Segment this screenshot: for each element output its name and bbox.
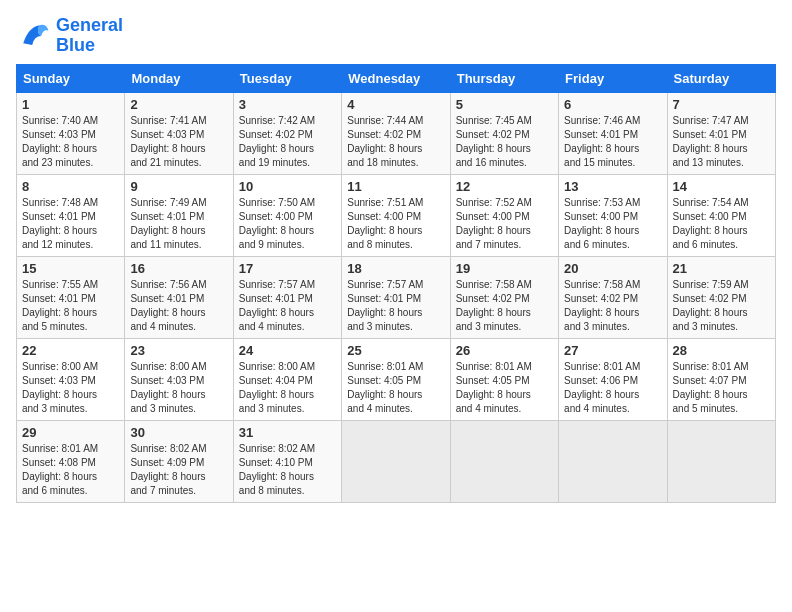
day-info: Sunrise: 7:44 AM Sunset: 4:02 PM Dayligh… [347, 114, 444, 170]
day-info: Sunrise: 7:46 AM Sunset: 4:01 PM Dayligh… [564, 114, 661, 170]
day-info: Sunrise: 7:59 AM Sunset: 4:02 PM Dayligh… [673, 278, 770, 334]
calendar-cell: 5Sunrise: 7:45 AM Sunset: 4:02 PM Daylig… [450, 92, 558, 174]
day-number: 21 [673, 261, 770, 276]
calendar-cell: 25Sunrise: 8:01 AM Sunset: 4:05 PM Dayli… [342, 338, 450, 420]
day-info: Sunrise: 8:02 AM Sunset: 4:10 PM Dayligh… [239, 442, 336, 498]
day-number: 6 [564, 97, 661, 112]
day-info: Sunrise: 8:00 AM Sunset: 4:04 PM Dayligh… [239, 360, 336, 416]
day-info: Sunrise: 7:49 AM Sunset: 4:01 PM Dayligh… [130, 196, 227, 252]
calendar-week-row: 29Sunrise: 8:01 AM Sunset: 4:08 PM Dayli… [17, 420, 776, 502]
calendar-cell: 3Sunrise: 7:42 AM Sunset: 4:02 PM Daylig… [233, 92, 341, 174]
calendar-cell: 6Sunrise: 7:46 AM Sunset: 4:01 PM Daylig… [559, 92, 667, 174]
day-info: Sunrise: 7:51 AM Sunset: 4:00 PM Dayligh… [347, 196, 444, 252]
day-number: 8 [22, 179, 119, 194]
day-number: 18 [347, 261, 444, 276]
day-number: 1 [22, 97, 119, 112]
day-info: Sunrise: 7:41 AM Sunset: 4:03 PM Dayligh… [130, 114, 227, 170]
day-number: 17 [239, 261, 336, 276]
day-info: Sunrise: 7:58 AM Sunset: 4:02 PM Dayligh… [564, 278, 661, 334]
logo-icon [16, 18, 52, 54]
calendar-day-header: Thursday [450, 64, 558, 92]
day-number: 12 [456, 179, 553, 194]
day-info: Sunrise: 7:40 AM Sunset: 4:03 PM Dayligh… [22, 114, 119, 170]
calendar-day-header: Wednesday [342, 64, 450, 92]
day-number: 10 [239, 179, 336, 194]
calendar-week-row: 22Sunrise: 8:00 AM Sunset: 4:03 PM Dayli… [17, 338, 776, 420]
calendar-cell: 8Sunrise: 7:48 AM Sunset: 4:01 PM Daylig… [17, 174, 125, 256]
calendar-cell: 30Sunrise: 8:02 AM Sunset: 4:09 PM Dayli… [125, 420, 233, 502]
calendar-cell: 15Sunrise: 7:55 AM Sunset: 4:01 PM Dayli… [17, 256, 125, 338]
day-info: Sunrise: 8:00 AM Sunset: 4:03 PM Dayligh… [22, 360, 119, 416]
calendar-cell: 10Sunrise: 7:50 AM Sunset: 4:00 PM Dayli… [233, 174, 341, 256]
day-number: 25 [347, 343, 444, 358]
day-info: Sunrise: 7:58 AM Sunset: 4:02 PM Dayligh… [456, 278, 553, 334]
calendar-day-header: Tuesday [233, 64, 341, 92]
calendar-cell: 23Sunrise: 8:00 AM Sunset: 4:03 PM Dayli… [125, 338, 233, 420]
calendar-week-row: 1Sunrise: 7:40 AM Sunset: 4:03 PM Daylig… [17, 92, 776, 174]
calendar-cell: 18Sunrise: 7:57 AM Sunset: 4:01 PM Dayli… [342, 256, 450, 338]
day-number: 30 [130, 425, 227, 440]
day-info: Sunrise: 7:50 AM Sunset: 4:00 PM Dayligh… [239, 196, 336, 252]
calendar-table: SundayMondayTuesdayWednesdayThursdayFrid… [16, 64, 776, 503]
calendar-cell: 11Sunrise: 7:51 AM Sunset: 4:00 PM Dayli… [342, 174, 450, 256]
day-number: 24 [239, 343, 336, 358]
day-number: 9 [130, 179, 227, 194]
calendar-cell: 27Sunrise: 8:01 AM Sunset: 4:06 PM Dayli… [559, 338, 667, 420]
calendar-day-header: Sunday [17, 64, 125, 92]
calendar-cell [559, 420, 667, 502]
day-info: Sunrise: 7:54 AM Sunset: 4:00 PM Dayligh… [673, 196, 770, 252]
day-info: Sunrise: 7:47 AM Sunset: 4:01 PM Dayligh… [673, 114, 770, 170]
day-number: 16 [130, 261, 227, 276]
calendar-day-header: Saturday [667, 64, 775, 92]
day-number: 29 [22, 425, 119, 440]
day-info: Sunrise: 8:01 AM Sunset: 4:06 PM Dayligh… [564, 360, 661, 416]
calendar-cell: 31Sunrise: 8:02 AM Sunset: 4:10 PM Dayli… [233, 420, 341, 502]
calendar-cell: 29Sunrise: 8:01 AM Sunset: 4:08 PM Dayli… [17, 420, 125, 502]
calendar-day-header: Monday [125, 64, 233, 92]
calendar-cell: 19Sunrise: 7:58 AM Sunset: 4:02 PM Dayli… [450, 256, 558, 338]
day-number: 26 [456, 343, 553, 358]
calendar-cell: 12Sunrise: 7:52 AM Sunset: 4:00 PM Dayli… [450, 174, 558, 256]
day-info: Sunrise: 7:56 AM Sunset: 4:01 PM Dayligh… [130, 278, 227, 334]
day-info: Sunrise: 8:00 AM Sunset: 4:03 PM Dayligh… [130, 360, 227, 416]
calendar-cell: 17Sunrise: 7:57 AM Sunset: 4:01 PM Dayli… [233, 256, 341, 338]
calendar-cell: 13Sunrise: 7:53 AM Sunset: 4:00 PM Dayli… [559, 174, 667, 256]
day-number: 13 [564, 179, 661, 194]
day-number: 4 [347, 97, 444, 112]
calendar-cell: 21Sunrise: 7:59 AM Sunset: 4:02 PM Dayli… [667, 256, 775, 338]
calendar-cell: 22Sunrise: 8:00 AM Sunset: 4:03 PM Dayli… [17, 338, 125, 420]
page-header: General Blue [16, 16, 776, 56]
calendar-cell [450, 420, 558, 502]
calendar-cell: 1Sunrise: 7:40 AM Sunset: 4:03 PM Daylig… [17, 92, 125, 174]
logo-text: General Blue [56, 16, 123, 56]
day-number: 7 [673, 97, 770, 112]
day-number: 28 [673, 343, 770, 358]
calendar-cell: 16Sunrise: 7:56 AM Sunset: 4:01 PM Dayli… [125, 256, 233, 338]
calendar-cell: 28Sunrise: 8:01 AM Sunset: 4:07 PM Dayli… [667, 338, 775, 420]
calendar-body: 1Sunrise: 7:40 AM Sunset: 4:03 PM Daylig… [17, 92, 776, 502]
day-info: Sunrise: 7:48 AM Sunset: 4:01 PM Dayligh… [22, 196, 119, 252]
day-info: Sunrise: 7:57 AM Sunset: 4:01 PM Dayligh… [347, 278, 444, 334]
calendar-cell: 26Sunrise: 8:01 AM Sunset: 4:05 PM Dayli… [450, 338, 558, 420]
day-number: 14 [673, 179, 770, 194]
calendar-cell: 2Sunrise: 7:41 AM Sunset: 4:03 PM Daylig… [125, 92, 233, 174]
day-info: Sunrise: 7:52 AM Sunset: 4:00 PM Dayligh… [456, 196, 553, 252]
calendar-cell: 9Sunrise: 7:49 AM Sunset: 4:01 PM Daylig… [125, 174, 233, 256]
logo: General Blue [16, 16, 123, 56]
day-info: Sunrise: 8:01 AM Sunset: 4:05 PM Dayligh… [456, 360, 553, 416]
day-number: 11 [347, 179, 444, 194]
calendar-header-row: SundayMondayTuesdayWednesdayThursdayFrid… [17, 64, 776, 92]
calendar-cell: 7Sunrise: 7:47 AM Sunset: 4:01 PM Daylig… [667, 92, 775, 174]
day-number: 23 [130, 343, 227, 358]
day-number: 5 [456, 97, 553, 112]
calendar-day-header: Friday [559, 64, 667, 92]
day-info: Sunrise: 8:02 AM Sunset: 4:09 PM Dayligh… [130, 442, 227, 498]
day-number: 27 [564, 343, 661, 358]
day-info: Sunrise: 8:01 AM Sunset: 4:07 PM Dayligh… [673, 360, 770, 416]
day-info: Sunrise: 7:53 AM Sunset: 4:00 PM Dayligh… [564, 196, 661, 252]
day-number: 22 [22, 343, 119, 358]
day-number: 15 [22, 261, 119, 276]
day-info: Sunrise: 7:45 AM Sunset: 4:02 PM Dayligh… [456, 114, 553, 170]
calendar-week-row: 15Sunrise: 7:55 AM Sunset: 4:01 PM Dayli… [17, 256, 776, 338]
calendar-cell: 20Sunrise: 7:58 AM Sunset: 4:02 PM Dayli… [559, 256, 667, 338]
